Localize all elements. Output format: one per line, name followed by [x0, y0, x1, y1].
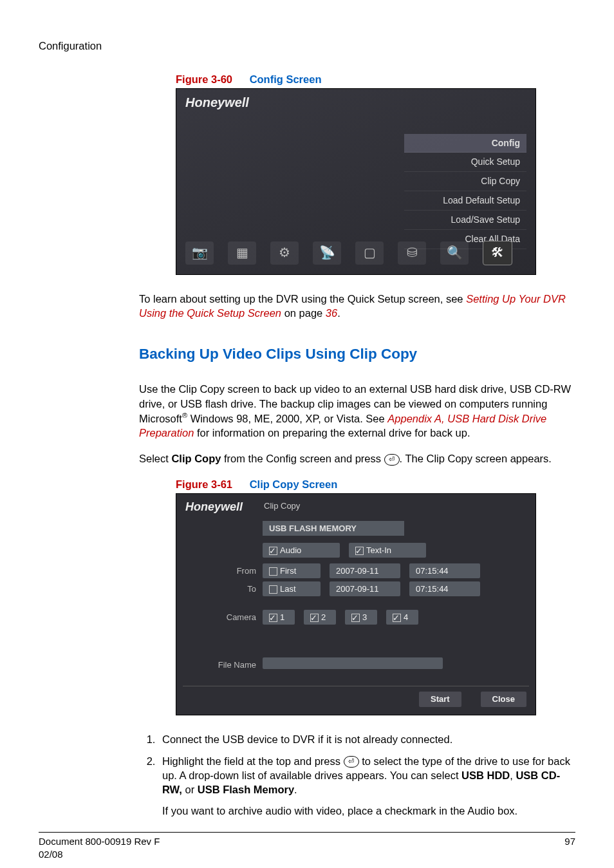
text: .	[294, 784, 297, 795]
section-name: Configuration	[39, 39, 575, 53]
step-list: Connect the USB device to DVR if it is n…	[139, 732, 575, 818]
figure-60-title: Config Screen	[250, 73, 322, 85]
checkbox-icon	[269, 614, 277, 622]
button-row: Start Close	[419, 692, 526, 707]
text: on page	[281, 307, 326, 319]
doc-date: 02/08	[39, 848, 160, 861]
camera-4-checkbox[interactable]: 4	[386, 610, 418, 625]
figure-60-caption: Figure 3-60 Config Screen	[176, 72, 575, 86]
text: or	[182, 784, 198, 795]
layout-icon[interactable]: ▦	[228, 241, 256, 265]
enter-icon	[384, 454, 400, 466]
camera-1-checkbox[interactable]: 1	[263, 610, 295, 625]
text: ,	[510, 769, 516, 781]
link-page-36[interactable]: 36	[326, 307, 337, 319]
checkbox-icon	[269, 585, 277, 594]
heading-backing-up: Backing Up Video Clips Using Clip Copy	[139, 344, 575, 364]
bold-clip-copy: Clip Copy	[171, 453, 221, 464]
from-first-checkbox[interactable]: First	[263, 563, 321, 579]
tools-icon[interactable]: 🛠	[483, 241, 512, 265]
event-icon[interactable]: 🔍	[440, 241, 469, 265]
camera-2-checkbox[interactable]: 2	[304, 610, 336, 625]
clip-copy-screen: Honeywell Clip Copy USB FLASH MEMORY Aud…	[176, 493, 536, 715]
step-2: Highlight the field at the top and press…	[158, 754, 575, 818]
camera-3-checkbox[interactable]: 3	[345, 610, 377, 625]
config-menu: Config Quick Setup Clip Copy Load Defaul…	[404, 134, 526, 249]
figure-61-image: Honeywell Clip Copy USB FLASH MEMORY Aud…	[176, 493, 575, 715]
menu-item-config[interactable]: Config	[404, 134, 526, 153]
brand-logo: Honeywell	[185, 499, 243, 514]
text: First	[280, 566, 296, 576]
checkbox-icon	[269, 547, 277, 555]
camera-label: Camera	[176, 612, 256, 623]
filename-label: File Name	[176, 659, 256, 671]
footer: Document 800-00919 Rev F 02/08 97	[39, 835, 575, 862]
from-time[interactable]: 07:15:44	[409, 563, 480, 579]
text: 3	[362, 612, 367, 622]
text: Audio	[280, 545, 301, 555]
menu-item-load-default[interactable]: Load Default Setup	[404, 191, 526, 211]
text: Highlight the field at the top and press	[162, 755, 344, 767]
text: from the Config screen and press	[221, 453, 384, 464]
drive-dropdown[interactable]: USB FLASH MEMORY	[263, 521, 404, 536]
text: Text-In	[366, 545, 391, 555]
text: Connect the USB device to DVR if it is n…	[162, 733, 452, 745]
textin-checkbox[interactable]: Text-In	[349, 543, 426, 558]
text: Select	[139, 453, 171, 464]
from-date[interactable]: 2007-09-11	[330, 563, 400, 579]
text: To learn about setting up the DVR using …	[139, 293, 466, 305]
step-2-sub: If you want to archive audio with video,…	[162, 804, 575, 818]
paragraph-quick-setup-ref: To learn about setting up the DVR using …	[139, 292, 575, 321]
text: Last	[280, 584, 296, 594]
text: .	[337, 307, 340, 319]
window-title: Clip Copy	[264, 500, 300, 512]
bold-usb-hdd: USB HDD	[461, 769, 510, 781]
figure-61-number: Figure 3-61	[176, 478, 232, 490]
network-icon[interactable]: 📡	[313, 241, 341, 265]
text: Windows 98, ME, 2000, XP, or Vista. See	[187, 412, 387, 424]
footer-left: Document 800-00919 Rev F 02/08	[39, 835, 160, 862]
to-time[interactable]: 07:15:44	[409, 581, 480, 597]
to-last-checkbox[interactable]: Last	[263, 581, 321, 597]
camera-icon[interactable]: 📷	[185, 241, 214, 265]
menu-item-load-save[interactable]: Load/Save Setup	[404, 211, 526, 230]
figure-61-caption: Figure 3-61 Clip Copy Screen	[176, 477, 575, 491]
doc-id: Document 800-00919 Rev F	[39, 835, 160, 848]
menu-item-clip-copy[interactable]: Clip Copy	[404, 172, 526, 191]
text: . The Clip Copy screen appears.	[400, 453, 552, 464]
text: for information on preparing the externa…	[194, 427, 470, 439]
checkbox-icon	[351, 614, 360, 622]
bold-usb-flash: USB Flash Memory	[198, 784, 294, 795]
display-icon[interactable]: ▢	[355, 241, 384, 265]
footer-rule	[39, 832, 575, 833]
start-button[interactable]: Start	[419, 692, 461, 707]
page-number: 97	[564, 835, 575, 862]
checkbox-icon	[355, 547, 364, 555]
storage-icon[interactable]: ⛁	[398, 241, 426, 265]
step-1: Connect the USB device to DVR if it is n…	[158, 732, 575, 746]
filename-input[interactable]	[263, 657, 443, 669]
config-screen: Honeywell Config Quick Setup Clip Copy L…	[176, 88, 536, 275]
text: 1	[280, 612, 284, 622]
audio-checkbox[interactable]: Audio	[263, 543, 340, 558]
divider	[183, 686, 529, 686]
from-label: From	[176, 565, 256, 577]
checkbox-icon	[269, 567, 277, 576]
figure-60-number: Figure 3-60	[176, 73, 232, 85]
paragraph-backup-intro: Use the Clip Copy screen to back up vide…	[139, 382, 575, 440]
checkbox-icon	[310, 614, 319, 622]
brand-logo: Honeywell	[185, 94, 249, 111]
checkbox-icon	[393, 614, 401, 622]
to-label: To	[176, 583, 256, 595]
figure-61-title: Clip Copy Screen	[250, 478, 338, 490]
reg-mark: ®	[182, 411, 187, 419]
text: 2	[321, 612, 326, 622]
menu-item-quick-setup[interactable]: Quick Setup	[404, 153, 526, 172]
figure-60-image: Honeywell Config Quick Setup Clip Copy L…	[176, 88, 575, 275]
to-date[interactable]: 2007-09-11	[330, 581, 400, 597]
paragraph-select-clip-copy: Select Clip Copy from the Config screen …	[139, 451, 575, 466]
toolbar: 📷 ▦ ⚙ 📡 ▢ ⛁ 🔍 🛠	[185, 241, 526, 265]
close-button[interactable]: Close	[481, 692, 526, 707]
gear-icon[interactable]: ⚙	[270, 241, 299, 265]
text: 4	[404, 612, 408, 622]
